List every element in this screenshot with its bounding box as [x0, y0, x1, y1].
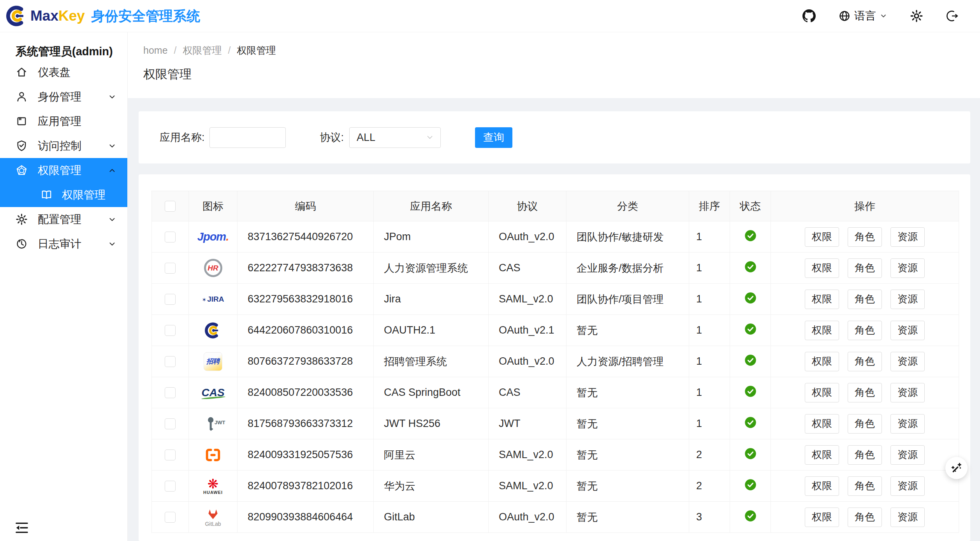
app-protocol: CAS [489, 377, 567, 408]
sidebar-item-identity[interactable]: 身份管理 [0, 84, 127, 109]
permission-button[interactable]: 权限 [805, 414, 839, 434]
settings-gear-icon[interactable] [910, 9, 923, 23]
sidebar-item-dashboard[interactable]: 仪表盘 [0, 60, 127, 84]
app-code: 837136275440926720 [238, 221, 374, 253]
chevron-down-icon [108, 93, 116, 101]
logout-icon[interactable] [946, 9, 959, 23]
status-enabled-icon [744, 354, 757, 366]
role-button[interactable]: 角色 [848, 476, 882, 496]
app-name: CAS SpringBoot [374, 377, 489, 408]
app-protocol: OAuth_v2.0 [489, 346, 567, 377]
col-header-category: 分类 [567, 191, 689, 221]
gear-icon [16, 213, 28, 225]
resource-button[interactable]: 资源 [890, 352, 925, 371]
resource-button[interactable]: 资源 [890, 290, 925, 309]
resource-button[interactable]: 资源 [890, 227, 925, 247]
breadcrumb-item[interactable]: home [143, 45, 168, 56]
row-checkbox[interactable] [165, 481, 176, 492]
row-checkbox[interactable] [165, 263, 176, 274]
permission-button[interactable]: 权限 [805, 227, 839, 247]
permission-button[interactable]: 权限 [805, 476, 839, 496]
app-sort: 1 [689, 221, 730, 253]
chevron-down-icon [108, 240, 116, 248]
app-name-input[interactable] [209, 127, 286, 148]
sidebar-item-access[interactable]: 访问控制 [0, 133, 127, 158]
row-checkbox[interactable] [165, 512, 176, 523]
row-checkbox[interactable] [165, 418, 176, 429]
permission-button[interactable]: 权限 [805, 290, 839, 309]
table-row: Jpom 837136275440926720 JPom OAuth_v2.0 … [152, 221, 959, 253]
role-button[interactable]: 角色 [848, 445, 882, 465]
aliyun-logo [189, 446, 237, 464]
chevron-down-icon [108, 142, 116, 150]
role-button[interactable]: 角色 [848, 321, 882, 340]
resource-button[interactable]: 资源 [890, 476, 925, 496]
app-sort: 1 [689, 346, 730, 377]
protocol-label: 协议: [320, 130, 344, 144]
topbar-actions: 语言 [802, 9, 980, 23]
breadcrumb-item[interactable]: 权限管理 [183, 44, 222, 57]
table-row: JIRA 632279563832918016 Jira SAML_v2.0 团… [152, 284, 959, 315]
row-checkbox[interactable] [165, 294, 176, 305]
resource-button[interactable]: 资源 [890, 445, 925, 465]
role-button[interactable]: 角色 [848, 290, 882, 309]
jwt-logo: JWT [189, 416, 237, 432]
github-icon[interactable] [802, 9, 816, 23]
globe-icon [838, 10, 851, 22]
breadcrumb-separator: / [228, 45, 231, 56]
row-actions: 权限角色资源 [771, 414, 958, 434]
resource-button[interactable]: 资源 [890, 258, 925, 278]
permission-button[interactable]: 权限 [805, 321, 839, 340]
permission-button[interactable]: 权限 [805, 258, 839, 278]
app-sort: 1 [689, 377, 730, 408]
apps-table: 图标编码应用名称协议分类排序状态操作 Jpom 8371362754409267… [151, 191, 959, 533]
resource-button[interactable]: 资源 [890, 321, 925, 340]
sidebar-item-apps[interactable]: 应用管理 [0, 109, 127, 133]
table-row: 824009331925057536 阿里云 SAML_v2.0 暂无 2 权限… [152, 439, 959, 471]
search-button[interactable]: 查询 [475, 127, 512, 148]
app-category: 人力资源/招聘管理 [567, 346, 689, 377]
table-row: JWT 817568793663373312 JWT HS256 JWT 暂无 … [152, 408, 959, 439]
chevron-down-icon [426, 133, 434, 142]
select-all-checkbox[interactable] [165, 201, 176, 212]
theme-magic-wand-button[interactable] [945, 457, 968, 479]
app-sort: 2 [689, 439, 730, 471]
role-button[interactable]: 角色 [848, 508, 882, 527]
role-button[interactable]: 角色 [848, 227, 882, 247]
appstore-icon [16, 115, 28, 127]
chevron-up-icon [108, 166, 116, 175]
language-label: 语言 [854, 9, 876, 23]
protocol-select[interactable]: ALL [349, 127, 441, 148]
permission-button[interactable]: 权限 [805, 383, 839, 402]
resource-button[interactable]: 资源 [890, 508, 925, 527]
role-button[interactable]: 角色 [848, 414, 882, 434]
sidebar-item-config[interactable]: 配置管理 [0, 207, 127, 232]
sidebar-item-permissions[interactable]: 权限管理 [0, 158, 127, 183]
role-button[interactable]: 角色 [848, 258, 882, 278]
role-button[interactable]: 角色 [848, 352, 882, 371]
sidebar-item-permissions-sub[interactable]: 权限管理 [0, 183, 127, 207]
app-code: 807663727938633728 [238, 346, 374, 377]
col-header-icon: 图标 [189, 191, 238, 221]
language-menu[interactable]: 语言 [838, 9, 887, 23]
permission-button[interactable]: 权限 [805, 508, 839, 527]
permission-button[interactable]: 权限 [805, 352, 839, 371]
app-name: JPom [374, 221, 489, 253]
huawei-logo: ❋HUAWEI [189, 478, 237, 495]
resource-button[interactable]: 资源 [890, 414, 925, 434]
row-checkbox[interactable] [165, 450, 176, 460]
role-button[interactable]: 角色 [848, 383, 882, 402]
sidebar-item-audit[interactable]: 日志审计 [0, 232, 127, 256]
pentagon-icon [16, 164, 28, 176]
app-sort: 1 [689, 315, 730, 346]
gitlab-logo: GitLab [189, 508, 237, 527]
sidebar-collapse-button[interactable] [14, 520, 30, 536]
permission-button[interactable]: 权限 [805, 445, 839, 465]
app-protocol: OAuth_v2.0 [489, 221, 567, 253]
chevron-down-icon [108, 215, 116, 224]
row-checkbox[interactable] [165, 325, 176, 336]
resource-button[interactable]: 资源 [890, 383, 925, 402]
row-checkbox[interactable] [165, 356, 176, 367]
row-checkbox[interactable] [165, 232, 176, 242]
row-checkbox[interactable] [165, 387, 176, 398]
